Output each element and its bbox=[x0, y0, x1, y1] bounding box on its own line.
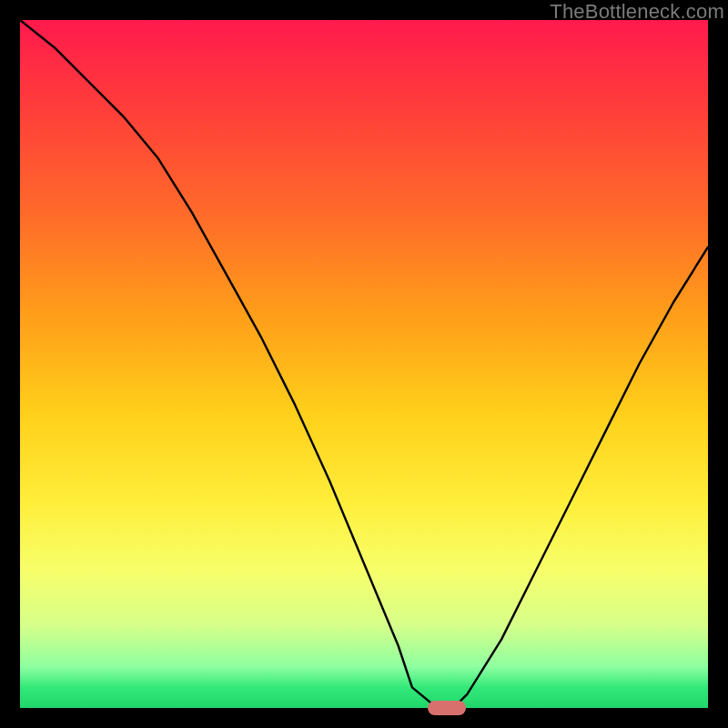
chart-frame: TheBottleneck.com bbox=[0, 0, 728, 728]
plot-area bbox=[20, 20, 708, 708]
bottleneck-curve bbox=[20, 20, 708, 708]
optimal-marker bbox=[428, 701, 466, 715]
watermark-text: TheBottleneck.com bbox=[550, 0, 724, 24]
